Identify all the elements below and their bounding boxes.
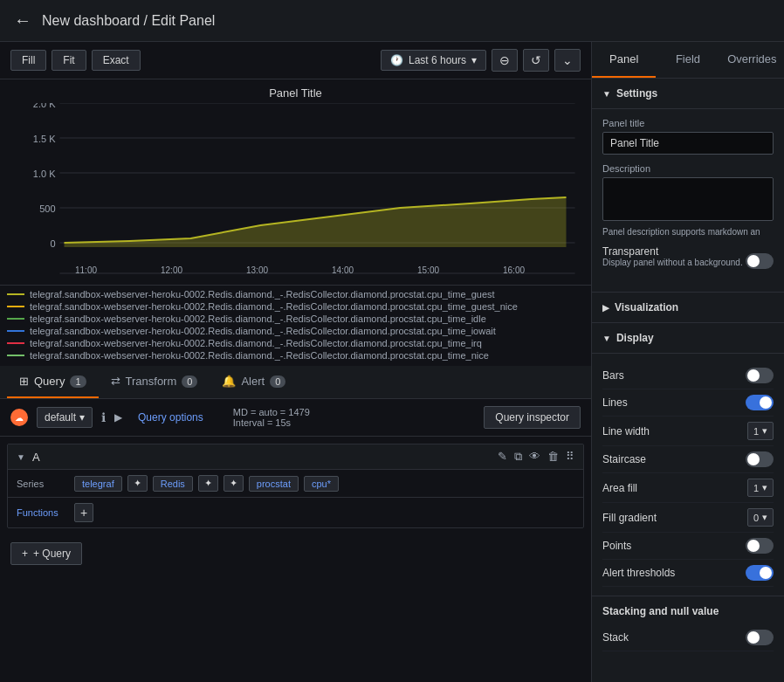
query-inspector-button[interactable]: Query inspector — [484, 406, 581, 429]
series-tag-redis[interactable]: Redis — [153, 476, 193, 492]
area-fill-row: Area fill 1 ▾ — [602, 473, 774, 503]
functions-label: Functions — [17, 507, 69, 518]
tab-query[interactable]: ⊞ Query 1 — [7, 366, 99, 398]
header: ← New dashboard / Edit Panel — [0, 0, 784, 42]
chart-title: Panel Title — [7, 86, 584, 100]
display-header[interactable]: ▼ Display — [592, 323, 784, 354]
plus-icon: + — [22, 548, 28, 560]
toggle-knob — [747, 255, 760, 267]
right-panel: Panel Field Overrides ▼ Settings Panel t… — [592, 42, 784, 682]
points-toggle[interactable] — [746, 538, 774, 554]
series-tag-procstat[interactable]: procstat — [249, 476, 299, 492]
settings-header[interactable]: ▼ Settings — [592, 79, 784, 109]
chart-area: Panel Title 2.0 K 1.5 K 1.0 K 500 0 — [0, 79, 591, 286]
alert-thresholds-label: Alert thresholds — [602, 567, 675, 579]
list-item: telegraf.sandbox-webserver-heroku-0002.R… — [7, 350, 584, 361]
visualization-title: Visualization — [615, 301, 678, 313]
query-a-section: ▼ A ✎ ⧉ 👁 🗑 ⠿ Series telegraf ✦ Redis — [7, 444, 584, 528]
series-tag-telegraf[interactable]: telegraf — [74, 476, 122, 492]
svg-text:1.0 K: 1.0 K — [33, 169, 56, 179]
chevron-down-icon: ▾ — [471, 54, 477, 66]
info-button[interactable]: ℹ — [101, 410, 106, 424]
svg-text:11:00: 11:00 — [75, 265, 97, 275]
back-button[interactable]: ← — [14, 10, 31, 31]
tab-transform[interactable]: ⇄ Transform 0 — [99, 366, 210, 398]
alert-thresholds-toggle[interactable] — [746, 565, 774, 581]
query-options-button[interactable]: Query options — [138, 411, 203, 424]
display-body: Bars Lines Line width 1 ▾ Staircase — [592, 354, 784, 596]
list-item: telegraf.sandbox-webserver-heroku-0002.R… — [7, 301, 584, 312]
bars-label: Bars — [602, 369, 624, 382]
delete-icon[interactable]: 🗑 — [547, 450, 559, 464]
chevron-down-icon: ▾ — [762, 425, 767, 437]
line-width-select[interactable]: 1 ▾ — [747, 422, 774, 440]
chevron-down-icon: ▾ — [762, 482, 767, 493]
transparent-label: Transparent — [602, 245, 743, 258]
chevron-down-icon: ▾ — [762, 512, 767, 523]
area-fill-select[interactable]: 1 ▾ — [747, 479, 774, 497]
fill-gradient-row: Fill gradient 0 ▾ — [602, 503, 774, 533]
description-hint: Panel description supports markdown an — [602, 227, 774, 237]
query-tabs: ⊞ Query 1 ⇄ Transform 0 🔔 Alert 0 — [0, 366, 591, 399]
series-operator-1[interactable]: ✦ — [127, 475, 148, 492]
visualization-header[interactable]: ▶ Visualization — [592, 293, 784, 323]
settings-section: ▼ Settings Panel title Description Panel… — [592, 79, 784, 293]
time-label: Last 6 hours — [409, 54, 466, 66]
series-tag-cpu[interactable]: cpu* — [304, 476, 339, 492]
tab-field[interactable]: Field — [656, 42, 719, 78]
page-title: New dashboard / Edit Panel — [42, 13, 215, 29]
settings-title: Settings — [616, 87, 657, 100]
series-label: Series — [17, 479, 69, 489]
refresh-button[interactable]: ↺ — [523, 49, 549, 72]
points-label: Points — [602, 540, 631, 552]
query-section: ☁ default ▾ ℹ ▶ Query options MD = auto … — [0, 399, 591, 682]
fill-gradient-select[interactable]: 0 ▾ — [747, 508, 774, 527]
query-a-title: A — [32, 451, 40, 464]
tab-overrides[interactable]: Overrides — [720, 42, 784, 78]
display-title: Display — [616, 332, 654, 344]
transparent-row: Transparent Display panel without a back… — [602, 245, 774, 276]
datasource-select[interactable]: default ▾ — [37, 407, 93, 428]
fill-button[interactable]: Fill — [10, 50, 46, 71]
md-label: MD = auto = 1479 — [233, 407, 310, 417]
tab-alert[interactable]: 🔔 Alert 0 — [210, 366, 298, 398]
panel-title-input[interactable] — [602, 132, 774, 155]
right-panel-tabs: Panel Field Overrides — [592, 42, 784, 79]
staircase-label: Staircase — [602, 453, 646, 465]
series-operator-2[interactable]: ✦ — [198, 475, 218, 492]
query-a-actions: ✎ ⧉ 👁 🗑 ⠿ — [498, 450, 574, 464]
zoom-out-button[interactable]: ⊖ — [492, 49, 518, 72]
add-query-button[interactable]: + + Query — [10, 542, 82, 565]
add-function-button[interactable]: + — [74, 503, 93, 522]
drag-icon[interactable]: ⠿ — [566, 450, 574, 464]
description-textarea[interactable] — [602, 177, 774, 221]
chevron-down-icon: ▼ — [602, 89, 611, 99]
edit-icon[interactable]: ✎ — [498, 450, 507, 464]
tab-panel[interactable]: Panel — [592, 42, 656, 78]
copy-icon[interactable]: ⧉ — [514, 450, 522, 464]
bars-row: Bars — [602, 362, 774, 389]
stack-toggle[interactable] — [746, 630, 774, 645]
fit-button[interactable]: Fit — [52, 50, 86, 71]
description-label: Description — [602, 163, 774, 174]
chart-canvas: 2.0 K 1.5 K 1.0 K 500 0 11:00 12:00 13:0… — [7, 103, 584, 278]
time-picker[interactable]: 🕐 Last 6 hours ▾ — [381, 50, 486, 71]
svg-text:15:00: 15:00 — [417, 265, 439, 275]
series-operator-3[interactable]: ✦ — [224, 475, 244, 492]
query-count-badge: 1 — [70, 375, 86, 388]
chevron-down-icon: ▼ — [602, 334, 611, 343]
lines-toggle[interactable] — [746, 395, 774, 410]
bars-toggle[interactable] — [746, 368, 774, 383]
panel-title-label: Panel title — [602, 118, 774, 128]
lines-label: Lines — [602, 396, 628, 409]
eye-icon[interactable]: 👁 — [529, 450, 540, 464]
stacking-title: Stacking and null value — [602, 605, 774, 617]
staircase-toggle[interactable] — [746, 451, 774, 467]
more-button[interactable]: ⌄ — [554, 49, 581, 72]
transparent-toggle[interactable] — [746, 253, 774, 269]
stacking-section: Stacking and null value Stack — [592, 596, 784, 660]
exact-button[interactable]: Exact — [92, 50, 141, 71]
svg-text:13:00: 13:00 — [246, 265, 268, 275]
line-width-label: Line width — [602, 425, 650, 437]
collapse-icon[interactable]: ▼ — [17, 452, 25, 462]
